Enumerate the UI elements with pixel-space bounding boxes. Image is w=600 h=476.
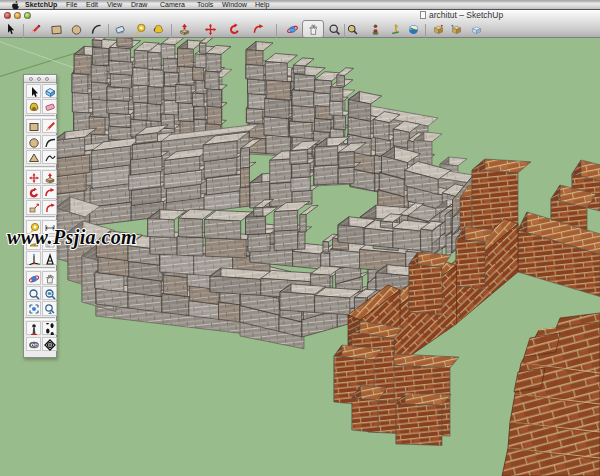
svg-text:www.Psjia.com: www.Psjia.com <box>7 226 137 249</box>
